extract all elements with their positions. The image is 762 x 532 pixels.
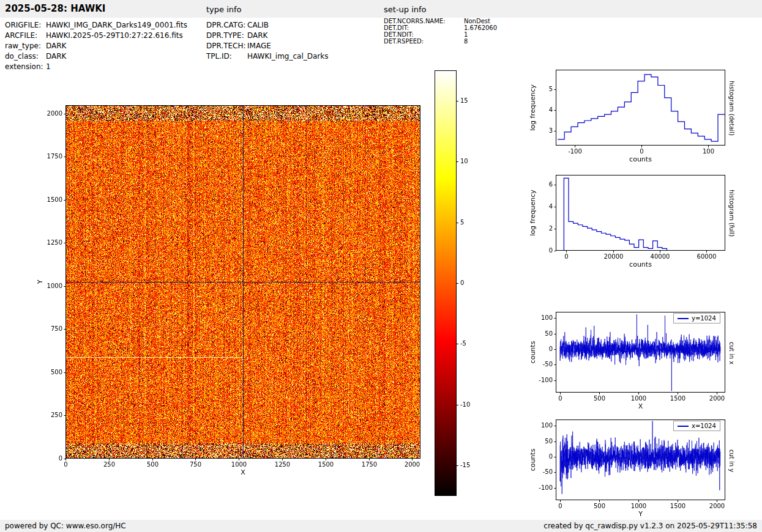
meta-field-label: DPR.CATG: <box>206 20 247 31</box>
type-info-heading: type info <box>206 5 242 14</box>
meta-field-label: ARCFILE: <box>5 31 46 41</box>
meta-row: DET.DIT:1.6762060 <box>384 24 497 31</box>
meta-field-label: raw_type: <box>5 41 46 51</box>
detector-image-plot <box>34 98 425 483</box>
histogram-full-plot <box>526 171 728 272</box>
meta-field-label: extension: <box>5 62 46 72</box>
line-sample-icon <box>678 426 689 427</box>
meta-row: TPL.ID:HAWKI_img_cal_Darks <box>206 51 329 62</box>
type-info-block: DPR.CATG:CALIBDPR.TYPE:DARKDPR.TECH:IMAG… <box>206 20 329 62</box>
meta-field-value: DARK <box>46 42 66 50</box>
meta-field-label: DET.RSPEED: <box>384 38 464 45</box>
legend-label: y=1024 <box>692 315 716 322</box>
meta-field-value: 1 <box>46 62 51 71</box>
footer-right-text: created by qc_rawdisp.py v1.2.3 on 2025-… <box>543 522 757 530</box>
footer-left-text: powered by QC: www.eso.org/HC <box>5 522 126 530</box>
histogram-detail-plot <box>526 66 728 167</box>
meta-row: DPR.CATG:CALIB <box>206 20 329 31</box>
meta-field-label: DET.NCORRS.NAME: <box>384 18 464 24</box>
line-sample-icon <box>678 318 689 319</box>
side-label-cut-in-x: cut in x <box>727 309 736 397</box>
meta-row: ORIGFILE:HAWKI_IMG_DARK_Darks149_0001.fi… <box>5 20 187 31</box>
meta-field-value: 8 <box>464 38 468 45</box>
meta-row: DET.NCORRS.NAME:NonDest <box>384 18 497 24</box>
meta-field-label: DPR.TYPE: <box>206 31 247 41</box>
meta-field-label: DET.DIT: <box>384 24 464 31</box>
qc-report-page: 2025-05-28: HAWKI type info set-up info … <box>0 0 762 532</box>
meta-row: raw_type:DARK <box>5 41 187 51</box>
meta-field-value: CALIB <box>247 21 269 29</box>
meta-row: DET.RSPEED:8 <box>384 38 497 45</box>
meta-row: DET.NDIT:1 <box>384 31 497 38</box>
meta-field-label: TPL.ID: <box>206 51 247 62</box>
meta-field-value: 1.6762060 <box>464 24 497 31</box>
meta-row: ARCFILE:HAWKI.2025-05-29T10:27:22.616.fi… <box>5 31 187 41</box>
meta-field-value: IMAGE <box>247 42 271 50</box>
meta-field-label: DPR.TECH: <box>206 41 247 51</box>
meta-field-value: DARK <box>247 31 267 40</box>
meta-row: do_class:DARK <box>5 51 187 62</box>
file-info-block: ORIGFILE:HAWKI_IMG_DARK_Darks149_0001.fi… <box>5 20 187 72</box>
meta-field-value: DARK <box>46 52 66 61</box>
meta-row: DPR.TECH:IMAGE <box>206 41 329 51</box>
page-title: 2025-05-28: HAWKI <box>5 3 105 14</box>
meta-field-value: HAWKI_IMG_DARK_Darks149_0001.fits <box>46 21 187 29</box>
side-label-histogram-full: histogram (full) <box>727 174 736 253</box>
header-bar <box>0 0 762 18</box>
colorbar <box>433 67 485 499</box>
meta-field-value: 1 <box>464 31 468 38</box>
meta-field-value: NonDest <box>464 18 490 24</box>
legend-cut-x: y=1024 <box>673 313 720 323</box>
meta-field-label: DET.NDIT: <box>384 31 464 38</box>
meta-field-value: HAWKI.2025-05-29T10:27:22.616.fits <box>46 31 183 40</box>
setup-info-heading: set-up info <box>384 5 427 14</box>
meta-row: DPR.TYPE:DARK <box>206 31 329 41</box>
meta-field-value: HAWKI_img_cal_Darks <box>247 52 329 61</box>
legend-cut-y: x=1024 <box>673 421 720 431</box>
side-label-histogram-detail: histogram (detail) <box>727 68 736 148</box>
setup-info-block: DET.NCORRS.NAME:NonDestDET.DIT:1.6762060… <box>384 18 497 45</box>
side-label-cut-in-y: cut in y <box>727 416 736 505</box>
meta-field-label: ORIGFILE: <box>5 20 46 31</box>
legend-label: x=1024 <box>692 423 716 429</box>
meta-row: extension:1 <box>5 62 187 72</box>
meta-field-label: do_class: <box>5 51 46 62</box>
